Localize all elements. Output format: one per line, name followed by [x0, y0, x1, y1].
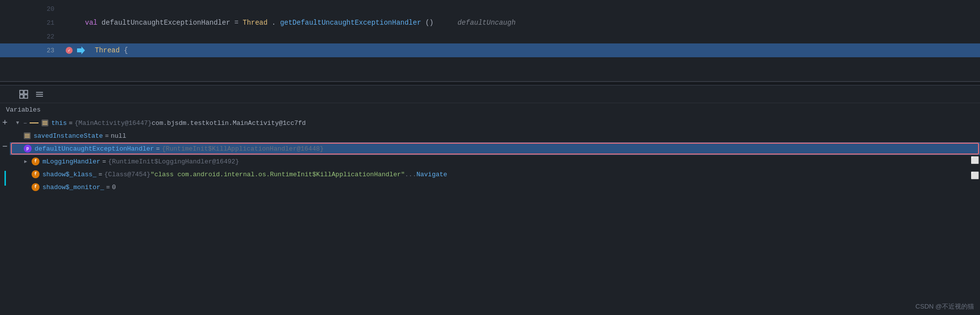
variables-section-label: Variables: [0, 103, 980, 117]
var-equals-this: =: [69, 119, 73, 127]
var-value-this: com.bjsdm.testkotlin.MainActivity@1cc7fd: [152, 119, 306, 127]
teal-accent-bar: [4, 171, 6, 186]
breakpoint-check: ✓: [68, 48, 70, 53]
list-icon-this: [30, 122, 39, 124]
breakpoint-area-23: ✓: [64, 47, 74, 54]
line-number-21: 21: [0, 19, 64, 27]
list-icon[interactable]: [35, 89, 44, 99]
var-name-saved: savedInstanceState: [34, 132, 103, 140]
current-line-arrow: [77, 46, 85, 54]
var-name-this: this: [51, 119, 67, 127]
code-line-23: 23 ✓ Thread {: [0, 43, 980, 57]
line-number-22: 22: [0, 33, 64, 40]
watermark: CSDN @不近视的猫: [915, 302, 974, 311]
var-row-monitor[interactable]: ▶ f shadow$_monitor_ = 0: [10, 181, 980, 194]
var-value-saved: null: [111, 132, 126, 140]
keyword-val: val: [85, 19, 102, 27]
svg-rect-2: [20, 95, 23, 98]
side-controls: + −: [0, 117, 10, 315]
expand-arrow-this[interactable]: ▶: [14, 119, 22, 127]
brace: {: [124, 46, 128, 54]
var-row-saved[interactable]: ▶ savedInstanceState = null: [10, 129, 980, 142]
var-name-klass: shadow$_klass_: [42, 171, 96, 178]
navigate-link-klass[interactable]: Navigate: [416, 171, 447, 178]
var-type-handler: {RuntimeInit$KillApplicationHandler@1644…: [162, 145, 324, 153]
var-equals-monitor: =: [106, 184, 110, 191]
file-icon-1[interactable]: ⬜: [971, 156, 979, 164]
method-call: getDefaultUncaughtExceptionHandler: [280, 19, 421, 27]
var-equals-saved: =: [105, 132, 109, 140]
var-name-monitor: shadow$_monitor_: [42, 184, 104, 191]
file-icon-2[interactable]: ⬜: [971, 171, 979, 180]
thread-keyword: Thread: [95, 46, 120, 54]
var-icon-list-this: [24, 123, 27, 123]
var-row-logging[interactable]: ▶ f mLoggingHandler = {RuntimeInit$Loggi…: [10, 155, 980, 168]
svg-rect-3: [24, 95, 28, 98]
class-thread: Thread: [243, 19, 267, 27]
hint-text: defaultUncaugh: [457, 19, 516, 27]
line-number-23: 23: [0, 47, 64, 54]
var-row-default-handler[interactable]: ▶ p defaultUncaughtExceptionHandler = {R…: [10, 142, 980, 155]
code-lines: 20 21 val defaultUncaughtExceptionHandle…: [0, 0, 980, 57]
debug-panel: Variables + − ▶: [0, 85, 980, 315]
var-type-this: {MainActivity@16447}: [75, 119, 152, 127]
right-panel-icons: ⬜ ⬜: [969, 156, 980, 180]
var-equals-logging: =: [102, 158, 106, 165]
code-line-21: 21 val defaultUncaughtExceptionHandler =…: [0, 16, 980, 30]
code-line-20: 20: [0, 2, 980, 16]
var-rows-container: ▶ this = {MainActivity@16447}: [10, 117, 980, 194]
line-content-21: val defaultUncaughtExceptionHandler = Th…: [80, 19, 980, 27]
var-equals-handler: =: [156, 145, 160, 153]
list-bars-icon-saved: [24, 132, 31, 139]
minus-button[interactable]: −: [2, 142, 8, 151]
var-name-default: defaultUncaughtExceptionHandler: [102, 19, 235, 27]
var-value-monitor: 0: [112, 184, 116, 191]
var-value-klass: "class com.android.internal.os.RuntimeIn…: [151, 171, 405, 178]
panel-divider: [0, 81, 980, 85]
add-button[interactable]: +: [2, 118, 8, 127]
line-number-20: 20: [0, 5, 64, 13]
orange-f-icon-klass: f: [32, 170, 40, 178]
debug-toolbar: [0, 85, 980, 103]
code-editor: 20 21 val defaultUncaughtExceptionHandle…: [0, 0, 980, 81]
var-name-logging: mLoggingHandler: [42, 158, 100, 165]
var-row-this[interactable]: ▶ this = {MainActivity@16447}: [10, 117, 980, 129]
grid-icon[interactable]: [19, 89, 29, 99]
purple-p-icon-handler: p: [24, 145, 32, 153]
ellipsis-klass: ...: [405, 171, 416, 178]
var-equals-klass: =: [98, 171, 102, 178]
parens: (): [425, 19, 434, 27]
orange-f-icon-monitor: f: [32, 183, 40, 191]
list-bars-icon: [41, 119, 48, 126]
line-content-23: Thread {: [85, 46, 980, 54]
expand-arrow-logging[interactable]: ▶: [22, 158, 30, 165]
var-type-klass: {Class@7454}: [104, 171, 151, 178]
var-name-handler: defaultUncaughtExceptionHandler: [35, 145, 154, 153]
dot: .: [272, 19, 276, 27]
svg-rect-1: [24, 90, 28, 94]
variables-list: + − ▶: [0, 117, 980, 315]
var-row-klass[interactable]: ▶ f shadow$_klass_ = {Class@7454} "class…: [10, 168, 980, 181]
breakpoint-dot: ✓: [66, 47, 73, 54]
code-line-22: 22: [0, 30, 980, 43]
equals-sign: =: [234, 19, 243, 27]
orange-f-icon-logging: f: [32, 158, 40, 165]
var-type-logging: {RuntimeInit$LoggingHandler@16492}: [108, 158, 239, 165]
svg-rect-0: [20, 90, 23, 94]
